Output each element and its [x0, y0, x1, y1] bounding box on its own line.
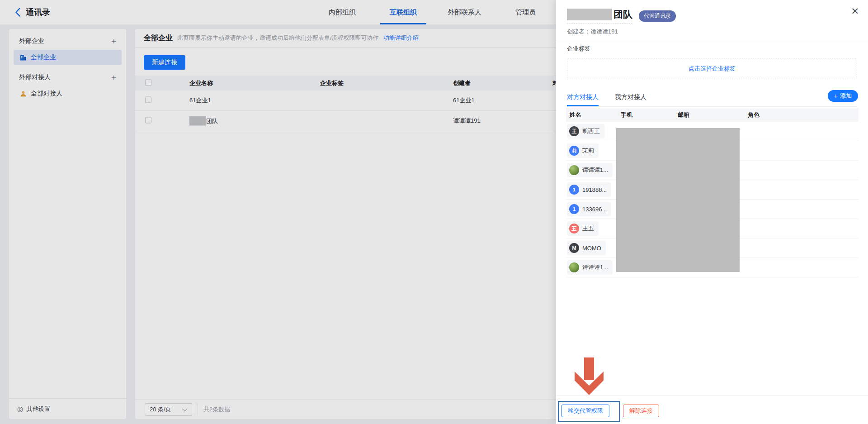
disconnect-button[interactable]: 解除连接	[623, 405, 659, 417]
pagination-divider	[198, 403, 198, 416]
person-icon	[20, 91, 27, 97]
redacted-block	[189, 116, 206, 126]
sidebar-item-all-contacts[interactable]: 全部对接人	[14, 86, 122, 101]
col-creator: 创建者	[453, 79, 471, 87]
row-checkbox[interactable]	[145, 117, 151, 124]
add-contact-group-icon[interactable]: +	[111, 73, 116, 82]
annotation-arrow-icon	[575, 357, 604, 395]
person-chip[interactable]: 莉 茉莉	[567, 143, 599, 158]
person-name: 191888...	[582, 186, 607, 193]
col-enterprise-tag: 企业标签	[320, 79, 344, 87]
person-name: 王五	[582, 224, 594, 233]
total-count: 共2条数据	[203, 405, 230, 414]
sidebar-group-label: 外部对接人	[19, 73, 51, 81]
other-settings-label: 其他设置	[27, 405, 50, 413]
redacted-title-block	[567, 9, 612, 20]
person-name: 茉莉	[582, 147, 594, 155]
creator-cell: 61企业1	[453, 96, 475, 105]
creator-cell: 谭谭谭191	[453, 117, 481, 125]
page-size-value: 20 条/页	[150, 405, 171, 414]
tab-admin[interactable]: 管理员	[515, 0, 536, 24]
tab-interconnect-org[interactable]: 互联组织	[390, 0, 417, 24]
add-enterprise-group-icon[interactable]: +	[111, 37, 116, 46]
avatar	[569, 165, 579, 175]
plus-icon: +	[834, 93, 838, 99]
new-connection-button[interactable]: 新建连接	[144, 55, 185, 70]
redacted-privacy-block	[616, 128, 740, 272]
sidebar-group-external-contact: 外部对接人 +	[9, 69, 126, 86]
select-enterprise-tag-box[interactable]: 点击选择企业标签	[567, 58, 857, 79]
tab-their-contacts[interactable]: 对方对接人	[567, 89, 599, 106]
enterprise-tag-label: 企业标签	[567, 45, 590, 53]
feature-intro-link[interactable]: 功能详细介绍	[383, 34, 419, 42]
panel-title-row: 团队 代管通讯录	[567, 8, 676, 24]
col-role: 角色	[748, 111, 859, 119]
back-button[interactable]: 通讯录	[15, 7, 50, 18]
sidebar-other-settings[interactable]: ◎ 其他设置	[9, 398, 126, 419]
sidebar-group-label: 外部企业	[19, 37, 44, 45]
person-chip[interactable]: 王 凯西王	[567, 124, 604, 138]
person-name: 谭谭谭1...	[582, 166, 608, 174]
contact-table-header: 姓名 手机 邮箱 角色	[566, 108, 859, 122]
section-title: 全部企业	[144, 33, 173, 43]
avatar: 五	[569, 224, 579, 233]
avatar: 莉	[569, 146, 579, 156]
sidebar-item-label: 全部对接人	[31, 90, 62, 98]
person-chip[interactable]: 谭谭谭1...	[567, 163, 613, 177]
transfer-managed-permission-button[interactable]: 移交代管权限	[561, 405, 609, 417]
person-chip[interactable]: 1 133696...	[567, 202, 611, 216]
col-name: 姓名	[570, 111, 621, 119]
enterprise-name-cell: 团队	[189, 116, 218, 126]
person-chip[interactable]: 1 191888...	[567, 182, 611, 197]
page-size-select[interactable]: 20 条/页	[145, 403, 192, 416]
sidebar-group-external-enterprise: 外部企业 +	[9, 33, 126, 50]
tab-internal-org[interactable]: 内部组织	[329, 0, 356, 24]
chevron-down-icon	[182, 406, 187, 411]
sidebar-item-all-enterprises[interactable]: 全部企业	[14, 50, 122, 65]
team-name-editable[interactable]: 团队	[567, 8, 632, 24]
avatar: 王	[569, 126, 579, 136]
sidebar: 外部企业 + 全部企业 外部对接人 + 全部对接人 ◎ 其他设置	[9, 29, 126, 419]
col-enterprise-name: 企业名称	[189, 79, 213, 87]
select-all-checkbox[interactable]	[145, 79, 151, 86]
settings-target-icon: ◎	[17, 405, 23, 412]
team-name: 团队	[613, 8, 632, 21]
page-title: 通讯录	[26, 7, 50, 18]
avatar: M	[569, 243, 579, 253]
row-checkbox[interactable]	[145, 97, 151, 103]
close-icon[interactable]: ✕	[851, 6, 859, 16]
person-name: 133696...	[582, 206, 607, 213]
building-icon	[20, 54, 27, 61]
divider	[556, 40, 868, 40]
team-detail-panel: ✕ 团队 代管通讯录 创建者：谭谭谭191 企业标签 点击选择企业标签 对方对接…	[556, 0, 868, 424]
avatar: 1	[569, 204, 579, 214]
col-email: 邮箱	[678, 111, 748, 119]
person-chip[interactable]: M MOMO	[567, 241, 606, 255]
avatar	[569, 262, 579, 272]
managed-addressbook-badge: 代管通讯录	[639, 10, 676, 22]
person-name: 谭谭谭1...	[582, 263, 608, 272]
panel-footer: 移交代管权限 解除连接	[556, 395, 868, 424]
add-label: 添加	[840, 92, 852, 100]
enterprise-name-cell: 61企业1	[189, 96, 211, 105]
tab-our-contacts[interactable]: 我方对接人	[615, 89, 646, 106]
sidebar-item-label: 全部企业	[31, 53, 56, 62]
person-name: MOMO	[582, 245, 601, 252]
person-name: 凯西王	[582, 127, 600, 135]
section-description: 此页面展示你主动邀请的企业，邀请成功后给他们分配表单/流程权限即可协作	[177, 34, 379, 42]
back-chevron-icon	[15, 8, 20, 17]
tab-external-contacts[interactable]: 外部联系人	[448, 0, 481, 24]
contact-tabs: 对方对接人 我方对接人	[567, 89, 857, 107]
avatar: 1	[569, 185, 579, 195]
add-contact-button[interactable]: + 添加	[828, 90, 858, 102]
creator-line: 创建者：谭谭谭191	[567, 28, 618, 36]
select-tag-placeholder: 点击选择企业标签	[689, 65, 736, 73]
person-chip[interactable]: 谭谭谭1...	[567, 260, 613, 275]
col-phone: 手机	[621, 111, 678, 119]
person-chip[interactable]: 五 王五	[567, 221, 599, 236]
